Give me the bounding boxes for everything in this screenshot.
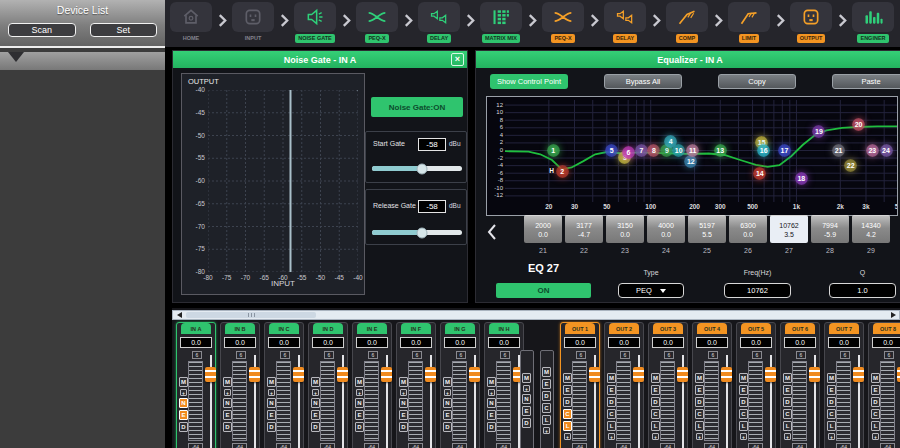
channel-tab[interactable]: IN A — [181, 323, 211, 334]
channel-value[interactable]: 0.0 — [488, 337, 520, 348]
scan-button[interactable]: Scan — [8, 23, 76, 37]
fader-handle[interactable] — [809, 367, 820, 382]
toolbar-item-home[interactable]: HOME — [169, 0, 213, 43]
scrollbar-thumb[interactable] — [186, 312, 316, 318]
spacer-button-e[interactable]: E — [522, 406, 531, 416]
channel-button-in-d-n[interactable]: N — [311, 398, 320, 408]
spacer-button-n[interactable]: N — [522, 394, 531, 404]
fader-handle[interactable] — [249, 367, 260, 382]
toolbar-item-input[interactable]: INPUT — [231, 0, 275, 43]
channel-tab[interactable]: OUT 8 — [873, 323, 900, 334]
band-cell-25[interactable]: 51975.5 — [688, 215, 726, 243]
channel-button-out-4-e[interactable]: E — [695, 385, 704, 395]
channel-button-out-8-e[interactable]: E — [871, 385, 880, 395]
channel-button-out-5-c[interactable]: C — [739, 409, 748, 419]
channel-button-in-c-plus[interactable]: + — [268, 389, 275, 396]
channel-button-in-h-plus[interactable]: + — [488, 389, 495, 396]
channel-button-out-8-m[interactable]: M — [871, 373, 880, 383]
channel-button-in-d-e[interactable]: E — [311, 410, 320, 420]
channel-button-in-h-e[interactable]: E — [487, 410, 496, 420]
fader-handle[interactable] — [765, 367, 776, 382]
channel-tab[interactable]: OUT 3 — [653, 323, 683, 334]
spacer-button-m[interactable]: M — [542, 367, 551, 377]
q-input[interactable]: 1.0 — [829, 283, 896, 298]
channel-button-out-8-plus[interactable]: + — [872, 433, 879, 440]
channel-button-in-c-m[interactable]: M — [267, 377, 276, 387]
channel-button-out-8-c[interactable]: C — [871, 409, 880, 419]
freq-input[interactable]: 10762 — [724, 283, 791, 298]
scroll-right-arrow-icon[interactable] — [888, 311, 898, 319]
channel-tab[interactable]: OUT 2 — [609, 323, 639, 334]
channel-button-out-7-plus[interactable]: + — [828, 433, 835, 440]
channel-button-out-7-d[interactable]: D — [827, 397, 836, 407]
channel-button-out-2-m[interactable]: M — [607, 373, 616, 383]
band-cell-21[interactable]: 20000.0 — [524, 215, 562, 243]
channel-button-in-c-d[interactable]: D — [267, 422, 276, 432]
channel-button-out-3-c[interactable]: C — [651, 409, 660, 419]
channel-button-out-4-m[interactable]: M — [695, 373, 704, 383]
eq-point-2[interactable]: 2 — [556, 165, 569, 178]
band-cell-28[interactable]: 7994-5.9 — [811, 215, 849, 243]
channel-button-in-g-d[interactable]: D — [443, 422, 452, 432]
eq-point-6[interactable]: 6 — [622, 146, 635, 159]
channel-button-out-5-l[interactable]: L — [739, 421, 748, 431]
spacer-button-d[interactable]: D — [542, 391, 551, 401]
close-icon[interactable]: × — [451, 53, 464, 66]
channel-button-out-6-m[interactable]: M — [783, 373, 792, 383]
eq-point-23[interactable]: 23 — [866, 144, 879, 157]
channel-button-out-5-e[interactable]: E — [739, 385, 748, 395]
channel-button-in-f-plus[interactable]: + — [400, 389, 407, 396]
channel-button-out-3-e[interactable]: E — [651, 385, 660, 395]
slider-thumb[interactable] — [416, 163, 427, 174]
device-list-expander[interactable] — [0, 52, 165, 70]
spacer-button-d[interactable]: D — [522, 418, 531, 428]
channel-button-out-6-d[interactable]: D — [783, 397, 792, 407]
channel-tab[interactable]: IN H — [489, 323, 519, 334]
channel-button-in-g-n[interactable]: N — [443, 398, 452, 408]
channel-button-out-3-m[interactable]: M — [651, 373, 660, 383]
channel-button-out-4-plus[interactable]: + — [696, 433, 703, 440]
channel-button-in-d-m[interactable]: M — [311, 377, 320, 387]
eq-point-1[interactable]: 1 — [547, 144, 560, 157]
eq-point-5[interactable]: 5 — [605, 144, 618, 157]
channel-value[interactable]: 0.0 — [872, 337, 900, 348]
eq-on-button[interactable]: ON — [496, 283, 591, 298]
channel-button-in-g-m[interactable]: M — [443, 377, 452, 387]
fader-handle[interactable] — [721, 367, 732, 382]
channel-button-in-a-d[interactable]: D — [179, 422, 188, 432]
channel-value[interactable]: 0.0 — [224, 337, 256, 348]
channel-value[interactable]: 0.0 — [356, 337, 388, 348]
channel-button-out-1-l[interactable]: L — [563, 421, 572, 431]
channel-button-in-e-d[interactable]: D — [355, 422, 364, 432]
eq-point-20[interactable]: 20 — [852, 118, 865, 131]
channel-button-in-f-e[interactable]: E — [399, 410, 408, 420]
toolbar-item-limit[interactable]: LIMIT — [727, 0, 771, 43]
channel-value[interactable]: 0.0 — [564, 337, 596, 348]
band-cell-23[interactable]: 31500.0 — [606, 215, 644, 243]
fader-handle[interactable] — [677, 367, 688, 382]
channel-button-in-h-n[interactable]: N — [487, 398, 496, 408]
channel-button-in-e-n[interactable]: N — [355, 398, 364, 408]
spacer-button-plus[interactable]: + — [543, 427, 550, 434]
channel-value[interactable]: 0.0 — [268, 337, 300, 348]
channel-value[interactable]: 0.0 — [608, 337, 640, 348]
band-cell-29[interactable]: 143404.2 — [852, 215, 890, 243]
channel-button-in-c-e[interactable]: E — [267, 410, 276, 420]
channel-tab[interactable]: IN F — [401, 323, 431, 334]
mixer-scrollbar[interactable] — [172, 310, 900, 320]
channel-button-out-7-c[interactable]: C — [827, 409, 836, 419]
channel-button-in-b-plus[interactable]: + — [224, 389, 231, 396]
eq-point-14[interactable]: 14 — [753, 167, 766, 180]
channel-button-in-a-m[interactable]: M — [179, 377, 188, 387]
eq-point-21[interactable]: 21 — [832, 144, 845, 157]
channel-button-out-7-l[interactable]: L — [827, 421, 836, 431]
start-gate-value[interactable]: -58 — [418, 138, 446, 151]
channel-tab[interactable]: IN D — [313, 323, 343, 334]
fader-handle[interactable] — [853, 367, 864, 382]
channel-button-in-f-n[interactable]: N — [399, 398, 408, 408]
channel-button-out-8-l[interactable]: L — [871, 421, 880, 431]
channel-button-out-8-d[interactable]: D — [871, 397, 880, 407]
channel-button-out-5-d[interactable]: D — [739, 397, 748, 407]
channel-button-in-f-d[interactable]: D — [399, 422, 408, 432]
noise-gate-plot[interactable] — [208, 90, 358, 272]
